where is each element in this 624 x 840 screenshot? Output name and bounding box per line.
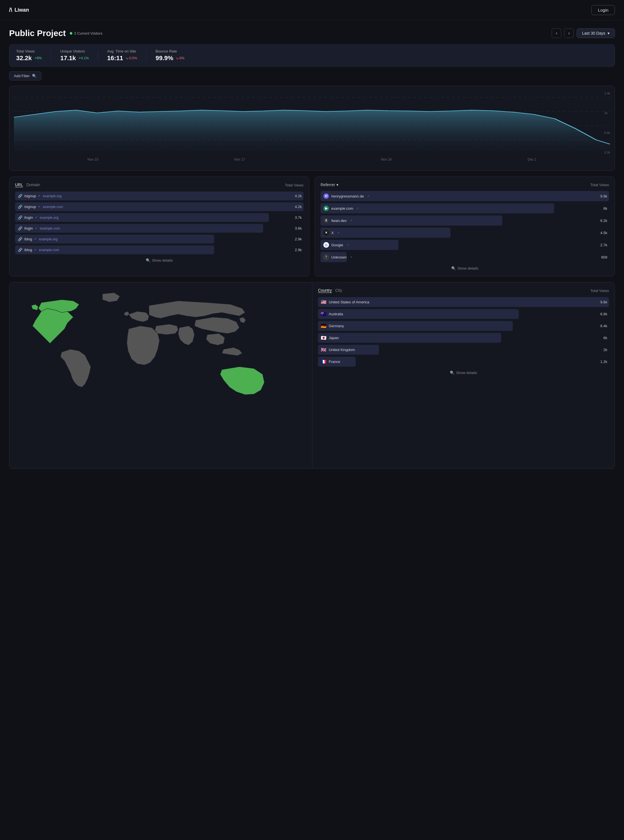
referrer-list-item[interactable]: H henrygressmann.de ↗ 9.9k [321,191,609,201]
url-view-count: 2.9k [295,237,303,241]
country-list-item[interactable]: 🇯🇵 Japan 6k [318,333,609,343]
url-list-item[interactable]: 🔗 /blog ↗ example.org 2.9k [15,235,303,243]
referrer-list-item[interactable]: /\ liwan.dev ↗ 6.2k [321,215,609,226]
referrer-logo: G [323,242,329,248]
referrer-list: H henrygressmann.de ↗ 9.9k ▶ example.com… [321,191,609,262]
external-link-icon: ↗ [350,219,352,223]
referrer-name: henrygressmann.de [331,194,364,198]
chevron-down-icon: ▾ [607,31,610,36]
chart-x-label-1: Nov 10 [88,158,99,161]
search-icon: 🔍 [146,258,150,263]
url-view-count: 2.9k [295,248,303,252]
url-view-count: 3.6k [295,226,303,230]
add-filter-button[interactable]: Add Filter 🔍 [9,71,42,80]
referrer-list-item[interactable]: ▶ example.com ↗ 8k [321,203,609,213]
external-link-icon: ↗ [337,231,340,235]
url-list-item[interactable]: 🔗 /signup ↗ example.org 4.2k [15,192,303,200]
geo-show-details-button[interactable]: 🔍 Show details [318,371,609,375]
country-name: Japan [329,336,339,340]
country-flag: 🇩🇪 [321,323,326,329]
referrer-panel: Referrer ▾ Total Views H henrygressmann.… [315,176,615,276]
login-button[interactable]: Login [592,5,615,15]
live-indicator [70,32,72,35]
referrer-list-item[interactable]: ? Unknown ↗ 909 [321,252,609,262]
url-path: /login [24,215,33,220]
country-list-item[interactable]: 🇩🇪 Germany 6.4k [318,321,609,331]
country-view-count: 9.6k [600,300,609,304]
date-range-button[interactable]: Last 30 Days ▾ [577,28,615,38]
referrer-logo: H [323,193,329,199]
chart-x-labels: Nov 10 Nov 17 Nov 24 Dec 1 [14,158,610,161]
url-list-item[interactable]: 🔗 /login ↗ example.com 3.6k [15,224,303,233]
chart-y-labels: 1.4k 1k 0.6k 0.2k [604,92,610,154]
chart-y-label-1: 1.4k [604,92,610,95]
stat-bounce-rate: Bounce Rate 99.9% ↘-0% [155,49,184,62]
stat-avg-time-value: 16:11 [107,54,123,62]
url-domain: example.com [39,248,59,252]
country-name: Germany [329,324,344,328]
country-list: 🇺🇸 United States of America 9.6k 🇦🇺 Aust… [318,297,609,367]
country-list-item[interactable]: 🇦🇺 Australia 6.6k [318,309,609,319]
url-list-item[interactable]: 🔗 /login ↗ example.org 3.7k [15,213,303,222]
chart-y-label-3: 0.6k [604,131,610,135]
stats-row: Total Views 32.2k ↗9% Unique Visitors 17… [9,44,615,67]
tab-domain[interactable]: Domain [26,183,40,187]
url-list-item[interactable]: 🔗 /signup ↗ example.com 4.2k [15,202,303,211]
url-path: /login [24,226,33,230]
referrer-dropdown[interactable]: Referrer ▾ [321,183,338,187]
url-show-details-button[interactable]: 🔍 Show details [15,258,303,263]
tab-url[interactable]: URL [15,183,23,187]
country-flag: 🇦🇺 [321,311,326,317]
referrer-name: example.com [331,206,353,210]
url-panel: URL Domain Total Views 🔗 /signup ↗ examp… [9,176,309,276]
stat-divider-2 [98,51,98,61]
search-icon: 🔍 [32,74,37,78]
url-panel-tabs: URL Domain [15,183,40,187]
country-list-item[interactable]: 🇫🇷 France 1.2k [318,357,609,367]
country-flag: 🇯🇵 [321,335,326,340]
link-icon: 🔗 [18,194,22,198]
prev-period-button[interactable]: ‹ [552,28,561,38]
tab-country[interactable]: Country [318,288,332,293]
stat-bounce-rate-value: 99.9% [155,54,173,62]
url-domain: example.org [39,237,57,241]
referrer-name: liwan.dev [331,218,347,223]
country-name: France [329,360,340,364]
external-link-icon: ↗ [350,255,352,259]
ref-show-details-button[interactable]: 🔍 Show details [321,266,609,271]
country-list-item[interactable]: 🇬🇧 United Kingdom 2k [318,345,609,355]
referrer-logo: ✕ [323,230,329,235]
referrer-list-item[interactable]: ✕ X ↗ 4.5k [321,227,609,238]
url-domain: example.com [43,205,63,209]
visitors-badge: 3 Current Visitors [70,31,102,36]
url-path: /blog [24,248,32,252]
link-icon: 🔗 [18,215,22,220]
stat-unique-visitors-change: ↗4.1% [78,56,88,60]
panels-row: URL Domain Total Views 🔗 /signup ↗ examp… [9,176,615,276]
stat-unique-visitors-value: 17.1k [60,54,76,62]
header: /\ Liwan Login [0,0,624,20]
url-path: /blog [24,237,32,241]
stat-total-views-label: Total Views [16,49,42,53]
url-domain: example.org [40,216,59,220]
url-panel-header: URL Domain Total Views [15,183,303,187]
world-map-svg [15,288,306,463]
search-icon: 🔍 [451,266,456,271]
next-period-button[interactable]: › [564,28,574,38]
country-flag: 🇬🇧 [321,347,326,353]
tab-city[interactable]: City [335,288,342,293]
referrer-tab-label: Referrer [321,183,335,187]
chart-svg [14,92,610,154]
country-view-count: 6k [603,336,609,340]
external-link-icon: ↗ [38,194,40,198]
country-list-item[interactable]: 🇺🇸 United States of America 9.6k [318,297,609,307]
link-icon: 🔗 [18,237,22,241]
referrer-list-item[interactable]: G Google ↗ 2.7k [321,240,609,250]
external-link-icon: ↗ [35,216,37,219]
external-link-icon: ↗ [346,243,349,247]
external-link-icon: ↗ [367,194,369,198]
external-link-icon: ↗ [34,248,36,251]
referrer-name: Google [331,243,343,247]
url-list-item[interactable]: 🔗 /blog ↗ example.com 2.9k [15,246,303,254]
stat-bounce-rate-change: ↘-0% [176,56,184,60]
